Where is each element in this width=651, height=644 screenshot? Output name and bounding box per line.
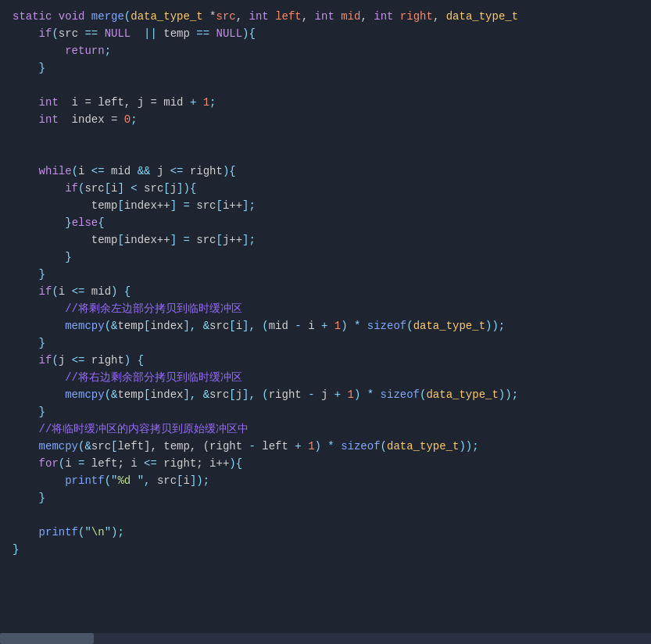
code-token: ", <box>138 472 157 489</box>
code-token: //将右边剩余部分拷贝到临时缓冲区 <box>13 369 242 386</box>
code-token: + <box>288 438 308 455</box>
code-token: ){ <box>223 163 236 180</box>
code-token: src <box>196 231 216 249</box>
code-lines: static void merge(data_type_t *src, int … <box>0 8 651 558</box>
code-token: NULL <box>105 25 131 42</box>
code-token: right <box>91 352 124 369</box>
code-token: mid <box>341 8 360 25</box>
code-token: + <box>315 317 334 335</box>
code-token: && <box>131 163 157 180</box>
code-token: )); <box>485 317 505 335</box>
code-token: <= <box>65 352 91 369</box>
code-line: for(i = left; i <= right; i++){ <box>0 455 651 472</box>
code-token: [ <box>144 317 150 335</box>
code-token: (" <box>78 524 91 541</box>
code-line: if(src == NULL || temp == NULL){ <box>0 25 651 42</box>
code-token: i <box>131 455 137 472</box>
code-token: //将临时缓冲区的内容拷贝到原始缓冲区中 <box>13 420 249 438</box>
code-token: ) { <box>124 352 144 369</box>
code-token: \n <box>91 524 105 541</box>
code-token: (& <box>105 317 118 335</box>
code-token: + <box>327 386 347 403</box>
code-token: sizeof <box>367 317 406 335</box>
code-token: [ <box>177 472 183 489</box>
code-token: data_type_t <box>413 317 485 335</box>
code-token: ( <box>124 8 131 25</box>
code-token: [ <box>229 317 235 335</box>
code-token: int <box>315 8 334 25</box>
code-token: ], ( <box>242 317 269 335</box>
code-token: j <box>59 352 65 369</box>
code-line: int index = 0; <box>0 111 651 128</box>
code-token: ; <box>131 111 137 128</box>
code-token: ( <box>52 25 58 42</box>
code-token: if <box>13 25 52 42</box>
code-token: ], temp, ( <box>144 438 209 455</box>
code-token: return <box>13 42 105 59</box>
code-token: ) * <box>315 438 342 455</box>
code-token: temp <box>117 317 144 335</box>
code-token: ], & <box>183 317 209 335</box>
code-token: 1 <box>203 94 209 111</box>
code-token: j <box>321 386 327 403</box>
code-line: } <box>0 489 651 506</box>
code-line: temp[index++] = src[j++]; <box>0 231 651 249</box>
code-token: temp <box>117 386 144 403</box>
code-token: ( <box>78 180 84 197</box>
code-token: data_type_t <box>426 386 498 403</box>
code-line: if(i <= mid) { <box>0 283 651 300</box>
code-token: for <box>13 455 59 472</box>
code-token: data_type_t <box>131 8 202 25</box>
code-token: i <box>111 180 117 197</box>
code-token: left <box>275 8 302 25</box>
code-token: ) * <box>341 317 367 335</box>
code-token: NULL <box>216 25 243 42</box>
scrollbar-thumb[interactable] <box>0 633 94 644</box>
code-line: printf("\n"); <box>0 524 651 541</box>
code-token: src <box>209 386 229 403</box>
code-token: ; <box>196 455 209 472</box>
horizontal-scrollbar[interactable] <box>0 633 651 644</box>
code-token: printf <box>13 472 105 489</box>
code-token: i <box>184 472 190 489</box>
code-line <box>0 128 651 145</box>
code-token: while <box>13 163 72 180</box>
code-token: "); <box>105 524 124 541</box>
code-token: %d <box>117 472 137 489</box>
code-line: //将临时缓冲区的内容拷贝到原始缓冲区中 <box>0 420 651 438</box>
code-token: memcpy <box>13 438 78 455</box>
code-line: } <box>0 403 651 420</box>
code-token <box>52 8 58 25</box>
code-token: right <box>209 438 242 455</box>
code-token: [ <box>105 180 111 197</box>
code-token: static <box>13 8 52 25</box>
code-line: memcpy(&temp[index], &src[j], (right - j… <box>0 386 651 403</box>
code-token: mid <box>163 94 183 111</box>
code-token: <= <box>138 455 164 472</box>
code-token: right <box>190 163 223 180</box>
code-token: ) { <box>111 283 131 300</box>
code-token: src <box>144 180 163 197</box>
code-token: i <box>59 283 65 300</box>
code-token: memcpy <box>13 386 105 403</box>
code-token: i++ <box>223 197 242 214</box>
code-token: mid <box>269 317 288 335</box>
code-token: - <box>242 438 262 455</box>
code-token: == <box>78 25 105 42</box>
code-token: - <box>288 317 308 335</box>
code-token: mid <box>91 283 111 300</box>
code-line: if(j <= right) { <box>0 352 651 369</box>
code-token: i <box>308 317 314 335</box>
code-token: temp <box>13 231 117 249</box>
code-line: temp[index++] = src[i++]; <box>0 197 651 214</box>
scrollbar-track <box>0 633 651 644</box>
code-line: memcpy(&src[left], temp, (right - left +… <box>0 438 651 455</box>
code-token: ) * <box>354 386 381 403</box>
code-line: int i = left, j = mid + 1; <box>0 94 651 111</box>
code-token: index = <box>59 111 124 128</box>
code-token <box>269 8 275 25</box>
code-token: index <box>150 386 183 403</box>
code-token: right <box>163 455 196 472</box>
code-token <box>84 8 91 25</box>
code-token: void <box>59 8 85 25</box>
